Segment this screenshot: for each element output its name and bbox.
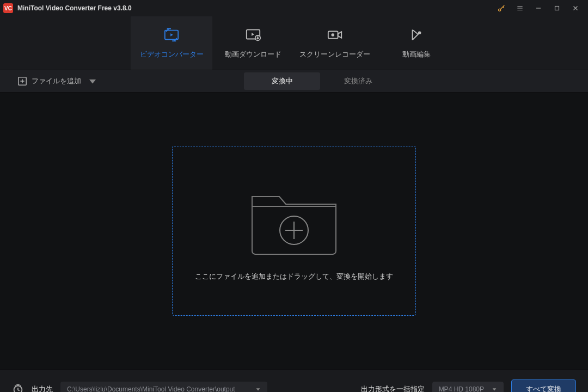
svg-point-8 bbox=[332, 34, 334, 36]
svg-marker-15 bbox=[493, 388, 497, 390]
subtab-converted[interactable]: 変換済み bbox=[320, 72, 396, 90]
chevron-down-icon bbox=[492, 387, 497, 392]
add-files-label: ファイルを追加 bbox=[32, 76, 81, 86]
dropzone-hint: ここにファイルを追加またはドラッグして、変換を開始します bbox=[195, 272, 393, 281]
tab-label: 動画編集 bbox=[402, 50, 431, 59]
editor-icon bbox=[408, 27, 425, 43]
tab-label: 動画ダウンロード bbox=[225, 50, 281, 59]
app-title: MiniTool Video Converter Free v3.8.0 bbox=[17, 4, 132, 12]
toolbar: ファイルを追加 変換中 変換済み bbox=[0, 70, 588, 93]
dropzone[interactable]: ここにファイルを追加またはドラッグして、変換を開始します bbox=[172, 146, 416, 316]
converter-icon bbox=[163, 27, 180, 43]
svg-marker-5 bbox=[252, 33, 254, 36]
key-icon[interactable] bbox=[492, 0, 511, 16]
output-format-dropdown[interactable]: MP4 HD 1080P bbox=[432, 382, 504, 393]
svg-marker-11 bbox=[89, 79, 96, 84]
history-icon[interactable] bbox=[12, 383, 24, 393]
maximize-icon[interactable] bbox=[548, 0, 566, 16]
subtab-converting[interactable]: 変換中 bbox=[244, 72, 320, 90]
menu-icon[interactable] bbox=[511, 0, 529, 16]
tab-video-converter[interactable]: ビデオコンバーター bbox=[131, 16, 212, 70]
chevron-down-icon bbox=[255, 387, 261, 392]
svg-point-0 bbox=[499, 9, 501, 11]
convert-all-button[interactable]: すべて変換 bbox=[511, 379, 576, 393]
footer: 出力先 C:\Users\lizlu\Documents\MiniTool Vi… bbox=[0, 369, 588, 392]
folder-add-icon bbox=[248, 180, 340, 256]
main-tabs: ビデオコンバーター 動画ダウンロード スクリーンレコーダー 動画編集 bbox=[0, 16, 588, 70]
app-logo: VC bbox=[3, 3, 13, 13]
svg-marker-14 bbox=[256, 388, 260, 390]
download-icon bbox=[245, 27, 261, 43]
add-file-icon bbox=[17, 76, 27, 86]
output-path-value: C:\Users\lizlu\Documents\MiniTool Video … bbox=[67, 385, 255, 393]
close-icon[interactable] bbox=[566, 0, 585, 16]
tab-label: スクリーンレコーダー bbox=[299, 50, 370, 59]
tab-label: ビデオコンバーター bbox=[140, 50, 204, 59]
output-format-value: MP4 HD 1080P bbox=[439, 385, 484, 393]
svg-point-9 bbox=[419, 32, 421, 34]
titlebar: VC MiniTool Video Converter Free v3.8.0 bbox=[0, 0, 588, 16]
svg-rect-1 bbox=[555, 7, 559, 10]
output-path-dropdown[interactable]: C:\Users\lizlu\Documents\MiniTool Video … bbox=[60, 382, 267, 393]
sub-tabs: 変換中 変換済み bbox=[244, 72, 396, 90]
svg-marker-3 bbox=[170, 33, 173, 36]
output-dest-label: 出力先 bbox=[32, 384, 53, 393]
recorder-icon bbox=[327, 27, 343, 43]
tab-screen-recorder[interactable]: スクリーンレコーダー bbox=[294, 16, 376, 70]
tab-video-download[interactable]: 動画ダウンロード bbox=[212, 16, 294, 70]
content-area: ここにファイルを追加またはドラッグして、変換を開始します bbox=[0, 93, 588, 369]
add-files-button[interactable]: ファイルを追加 bbox=[0, 70, 107, 92]
tab-video-editor[interactable]: 動画編集 bbox=[376, 16, 457, 70]
chevron-down-icon bbox=[88, 76, 97, 86]
output-format-label: 出力形式を一括指定 bbox=[361, 384, 425, 393]
minimize-icon[interactable] bbox=[529, 0, 548, 16]
